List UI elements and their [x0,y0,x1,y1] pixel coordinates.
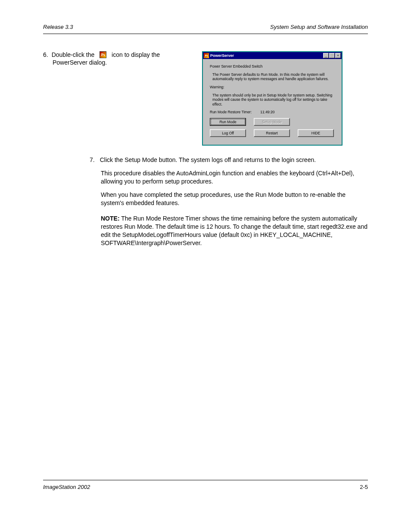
step-text-prefix: Double-click the [52,51,97,58]
restart-button[interactable]: Restart [254,129,290,137]
header-left: Release 3.3 [43,24,73,30]
footer-left: ImageStation 2002 [43,484,90,490]
header-rule [43,34,368,34]
step-text-suffix: icon to display the [110,51,160,58]
close-icon[interactable]: × [335,53,341,58]
warning-body: The system should only be put in Setup M… [210,93,335,107]
dialog-title: PowerServer [210,53,323,58]
powerserver-dialog: Ps PowerServer _ □ × Power Server Embedd… [202,51,342,146]
embedded-switch-title: Power Server Embedded Switch [210,64,335,69]
dialog-titlebar: Ps PowerServer _ □ × [203,52,342,59]
step-line-2: PowerServer dialog. [43,59,172,66]
log-off-button[interactable]: Log Off [210,129,246,137]
step-7-text: Click the Setup Mode button. The system … [100,156,316,164]
maximize-icon: □ [329,53,335,58]
step-number: 6. [43,51,48,58]
header-right: System Setup and Software Installation [270,24,368,30]
run-mode-button[interactable]: Run Mode [210,118,246,126]
ps-icon: Ps [100,51,106,58]
footer-rule [43,480,368,480]
paragraph-3: When you have completed the setup proced… [101,191,368,207]
step-7-number: 7. [90,156,95,164]
dialog-app-icon: Ps [204,53,209,58]
paragraph-2: This procedure disables the AutoAdminLog… [101,169,368,186]
timer-label: Run Mode Restore Timer: [210,110,252,115]
note-body: The Run Mode Restore Timer shows the tim… [101,215,367,246]
minimize-icon[interactable]: _ [323,53,329,58]
note-label: NOTE: [101,215,120,222]
footer-right: 2-5 [360,484,368,490]
timer-value: 11:49:20 [260,110,274,115]
hide-button[interactable]: HIDE [298,129,334,137]
embedded-switch-body: The Power Server defaults to Run Mode. I… [210,72,335,81]
warning-title: Warning: [210,85,335,90]
setup-mode-button[interactable]: Setup Mode [254,118,290,126]
